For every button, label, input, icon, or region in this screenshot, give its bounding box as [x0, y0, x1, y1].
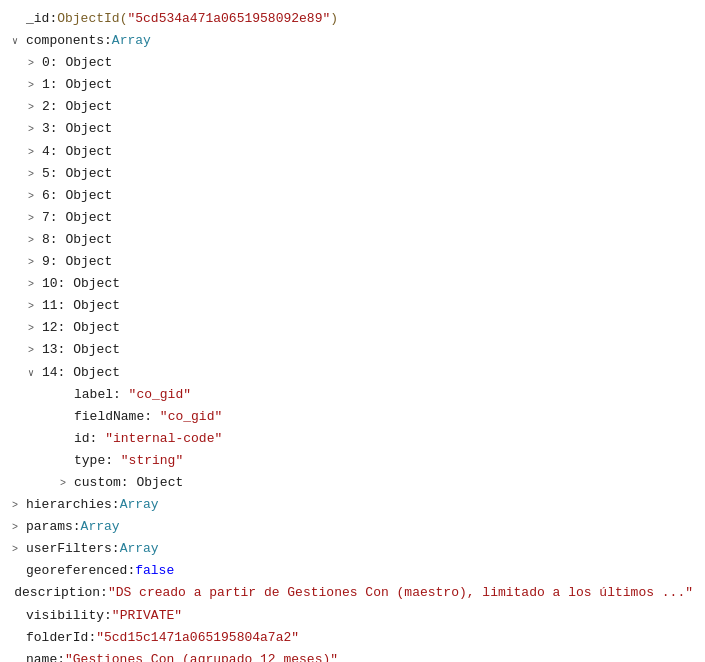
folderid-value: "5cd15c1471a065195804a7a2" — [96, 627, 299, 649]
visibility-line: visibility: "PRIVATE" — [12, 605, 693, 627]
item-3: > 3: Object — [12, 118, 693, 140]
item-12-toggle[interactable]: > — [28, 320, 42, 337]
item-7-label: 7: Object — [42, 207, 112, 229]
item-9-label: 9: Object — [42, 251, 112, 273]
userfilters-toggle[interactable]: > — [12, 541, 26, 558]
item-0: > 0: Object — [12, 52, 693, 74]
item-14-id-value: "internal-code" — [105, 428, 222, 450]
params-type: Array — [81, 516, 120, 538]
components-toggle[interactable]: ∨ — [12, 33, 26, 50]
item-14-custom-toggle[interactable]: > — [60, 475, 74, 492]
description-line: description: "DS creado a partir de Gest… — [12, 582, 693, 604]
item-6-toggle[interactable]: > — [28, 188, 42, 205]
item-4-toggle[interactable]: > — [28, 144, 42, 161]
item-14: ∨ 14: Object — [12, 362, 693, 384]
item-14-type-value: "string" — [121, 450, 183, 472]
description-value: "DS creado a partir de Gestiones Con (ma… — [108, 582, 693, 604]
item-0-label: 0: Object — [42, 52, 112, 74]
id-key: _id: — [26, 8, 57, 30]
object-id-close: ) — [330, 8, 338, 30]
userfilters-type: Array — [120, 538, 159, 560]
item-1: > 1: Object — [12, 74, 693, 96]
item-0-toggle[interactable]: > — [28, 55, 42, 72]
item-9-toggle[interactable]: > — [28, 254, 42, 271]
item-2-label: 2: Object — [42, 96, 112, 118]
item-14-custom-line: > custom: Object — [12, 472, 693, 494]
userfilters-key: userFilters: — [26, 538, 120, 560]
item-14-toggle[interactable]: ∨ — [28, 365, 42, 382]
item-9: > 9: Object — [12, 251, 693, 273]
item-13: > 13: Object — [12, 339, 693, 361]
item-14-label-key: label: — [74, 384, 129, 406]
name-line: name: "Gestiones Con (agrupado 12 meses)… — [12, 649, 693, 662]
name-value: "Gestiones Con (agrupado 12 meses)" — [65, 649, 338, 662]
params-toggle[interactable]: > — [12, 519, 26, 536]
item-8-toggle[interactable]: > — [28, 232, 42, 249]
item-13-label: 13: Object — [42, 339, 120, 361]
item-14-type-line: type: "string" — [12, 450, 693, 472]
item-11: > 11: Object — [12, 295, 693, 317]
visibility-value: "PRIVATE" — [112, 605, 182, 627]
item-4: > 4: Object — [12, 141, 693, 163]
components-line: ∨ components: Array — [12, 30, 693, 52]
item-2: > 2: Object — [12, 96, 693, 118]
item-10: > 10: Object — [12, 273, 693, 295]
id-line: _id: ObjectId("5cd534a471a0651958092e89"… — [12, 8, 693, 30]
params-line: > params: Array — [12, 516, 693, 538]
item-10-label: 10: Object — [42, 273, 120, 295]
item-3-toggle[interactable]: > — [28, 121, 42, 138]
item-14-custom-key: custom: — [74, 472, 136, 494]
item-6-label: 6: Object — [42, 185, 112, 207]
item-11-toggle[interactable]: > — [28, 298, 42, 315]
item-14-label-line: label: "co_gid" — [12, 384, 693, 406]
item-7-toggle[interactable]: > — [28, 210, 42, 227]
item-12: > 12: Object — [12, 317, 693, 339]
item-5-toggle[interactable]: > — [28, 166, 42, 183]
item-8: > 8: Object — [12, 229, 693, 251]
object-id-function: ObjectId( — [57, 8, 127, 30]
item-5-label: 5: Object — [42, 163, 112, 185]
item-14-type-key: type: — [74, 450, 121, 472]
item-7: > 7: Object — [12, 207, 693, 229]
hierarchies-line: > hierarchies: Array — [12, 494, 693, 516]
item-14-custom-type: Object — [136, 472, 183, 494]
item-14-label: 14: Object — [42, 362, 120, 384]
description-key: description: — [14, 582, 108, 604]
visibility-key: visibility: — [26, 605, 112, 627]
item-1-label: 1: Object — [42, 74, 112, 96]
item-13-toggle[interactable]: > — [28, 342, 42, 359]
item-2-toggle[interactable]: > — [28, 99, 42, 116]
params-key: params: — [26, 516, 81, 538]
item-3-label: 3: Object — [42, 118, 112, 140]
components-type: Array — [112, 30, 151, 52]
georeferenced-key: georeferenced: — [26, 560, 135, 582]
item-14-fieldname-value: "co_gid" — [160, 406, 222, 428]
item-1-toggle[interactable]: > — [28, 77, 42, 94]
components-key: components: — [26, 30, 112, 52]
item-8-label: 8: Object — [42, 229, 112, 251]
item-5: > 5: Object — [12, 163, 693, 185]
hierarchies-key: hierarchies: — [26, 494, 120, 516]
item-6: > 6: Object — [12, 185, 693, 207]
hierarchies-toggle[interactable]: > — [12, 497, 26, 514]
item-11-label: 11: Object — [42, 295, 120, 317]
hierarchies-type: Array — [120, 494, 159, 516]
folderid-line: folderId: "5cd15c1471a065195804a7a2" — [12, 627, 693, 649]
item-14-fieldname-key: fieldName: — [74, 406, 160, 428]
item-14-fieldname-line: fieldName: "co_gid" — [12, 406, 693, 428]
folderid-key: folderId: — [26, 627, 96, 649]
item-10-toggle[interactable]: > — [28, 276, 42, 293]
item-12-label: 12: Object — [42, 317, 120, 339]
name-key: name: — [26, 649, 65, 662]
item-14-id-line: id: "internal-code" — [12, 428, 693, 450]
item-4-label: 4: Object — [42, 141, 112, 163]
userfilters-line: > userFilters: Array — [12, 538, 693, 560]
georeferenced-value: false — [135, 560, 174, 582]
georeferenced-line: georeferenced: false — [12, 560, 693, 582]
object-id-value: "5cd534a471a0651958092e89" — [127, 8, 330, 30]
item-14-label-value: "co_gid" — [129, 384, 191, 406]
item-14-id-key: id: — [74, 428, 105, 450]
